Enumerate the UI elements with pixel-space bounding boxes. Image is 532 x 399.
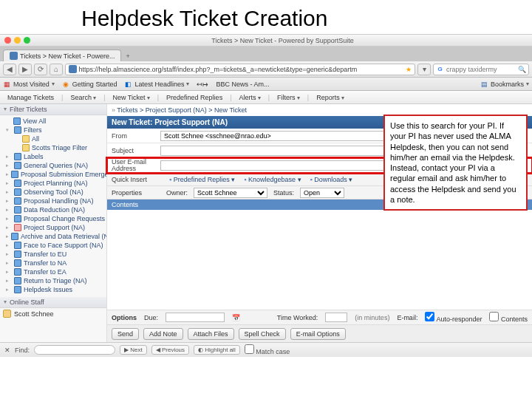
menu-alerts[interactable]: Alerts bbox=[236, 94, 263, 101]
tree-transfer-ea[interactable]: Transfer to EA bbox=[3, 267, 106, 276]
dropdown-button[interactable]: ▾ bbox=[417, 64, 431, 75]
find-next-button[interactable]: ▶ Next bbox=[120, 345, 147, 355]
rss-icon: ◧ bbox=[124, 80, 132, 88]
folder-icon bbox=[13, 117, 21, 125]
menu-reports[interactable]: Reports bbox=[313, 94, 347, 101]
tree-all[interactable]: All bbox=[3, 134, 106, 143]
close-icon[interactable] bbox=[4, 37, 11, 44]
tree-helpdesk-issues[interactable]: Helpdesk Issues bbox=[3, 285, 106, 294]
new-tab-button[interactable]: + bbox=[121, 51, 134, 61]
browser-search[interactable]: G crappy taxidermy 🔍 bbox=[433, 64, 529, 75]
send-button[interactable]: Send bbox=[112, 328, 139, 340]
home-button[interactable]: ⌂ bbox=[50, 64, 63, 75]
bm-latest-headlines[interactable]: ◧Latest Headlines ▾ bbox=[124, 80, 189, 88]
tree-view-all[interactable]: View All bbox=[3, 117, 106, 126]
cb-contents[interactable]: Contents bbox=[489, 312, 528, 323]
reload-button[interactable]: ⟳ bbox=[34, 64, 47, 75]
tree-label: Face to Face Support (NA) bbox=[24, 242, 103, 249]
find-matchcase[interactable]: Match case bbox=[245, 344, 290, 355]
zoom-icon[interactable] bbox=[24, 37, 30, 44]
minimize-icon[interactable] bbox=[14, 37, 21, 44]
tree-label: Transfer to NA bbox=[24, 259, 66, 267]
sidebar-staff-header[interactable]: Online Staff bbox=[0, 297, 106, 308]
tree-label: Transfer to EU bbox=[24, 250, 66, 258]
add-note-button[interactable]: Add Note bbox=[143, 328, 183, 340]
menu-filters[interactable]: Filters bbox=[274, 94, 303, 101]
tree-label: Project Planning (NA) bbox=[24, 180, 88, 187]
qi-knowledgebase[interactable]: Knowledgebase ▾ bbox=[244, 176, 301, 183]
tree-label: Proposal Handling (NA) bbox=[24, 197, 94, 205]
annotation-callout: Use this to search for your PI. If your … bbox=[383, 115, 528, 211]
tree-project-support[interactable]: Project Support (NA) bbox=[3, 223, 106, 232]
slide-title: Helpdesk Ticket Creation bbox=[0, 0, 532, 34]
time-worked-input[interactable] bbox=[325, 313, 347, 322]
due-input[interactable] bbox=[166, 313, 225, 322]
find-label: Find: bbox=[15, 347, 30, 354]
tree-archive[interactable]: Archive and Data Retrieval (NA) bbox=[3, 232, 106, 241]
staff-name: Scott Schnee bbox=[14, 310, 54, 318]
bm-bookmarks-menu[interactable]: ▤Bookmarks ▾ bbox=[480, 80, 529, 88]
tree-labels[interactable]: Labels bbox=[3, 152, 106, 161]
subject-label: Subject bbox=[107, 147, 160, 154]
tree-return-triage[interactable]: Return to Triage (NA) bbox=[3, 276, 106, 285]
tree-label: Project Support (NA) bbox=[24, 224, 85, 231]
tree-label: All bbox=[32, 135, 39, 143]
owner-select[interactable]: Scott Schnee bbox=[194, 188, 267, 198]
tw-label: Time Worked: bbox=[277, 314, 318, 321]
qi-label: Quick Insert bbox=[112, 176, 160, 183]
menu-search[interactable]: Search bbox=[67, 94, 99, 101]
menu-manage-tickets[interactable]: Manage Tickets bbox=[4, 94, 57, 101]
find-close-icon[interactable]: ✕ bbox=[4, 347, 10, 354]
qi-predef[interactable]: Predefined Replies ▾ bbox=[169, 176, 235, 183]
calendar-icon[interactable]: 📅 bbox=[232, 314, 240, 321]
find-input[interactable] bbox=[34, 345, 115, 355]
bm-separator: ↤↦ bbox=[197, 81, 208, 88]
tree-transfer-eu[interactable]: Transfer to EU bbox=[3, 250, 106, 259]
browser-tab[interactable]: Tickets > New Ticket - Powere... bbox=[3, 50, 121, 61]
bookmarks-icon: ▤ bbox=[480, 80, 488, 88]
menu-new-ticket[interactable]: New Ticket bbox=[109, 94, 152, 101]
tree-change-requests[interactable]: Proposal Change Requests bbox=[3, 214, 106, 223]
bm-most-visited[interactable]: ▦Most Visited ▾ bbox=[3, 80, 55, 88]
find-highlight-button[interactable]: ◐ Highlight all bbox=[194, 345, 240, 355]
search-icon[interactable]: 🔍 bbox=[518, 66, 526, 73]
editor-area[interactable] bbox=[107, 210, 532, 310]
back-button[interactable]: ◀ bbox=[3, 64, 16, 75]
tree-general-queries[interactable]: General Queries (NA) bbox=[3, 161, 106, 170]
menu-predef-replies[interactable]: Predefined Replies bbox=[163, 94, 225, 101]
tree-proposal-handling[interactable]: Proposal Handling (NA) bbox=[3, 197, 106, 205]
status-select[interactable]: Open bbox=[300, 188, 344, 198]
tree-filters[interactable]: Filters bbox=[3, 126, 106, 134]
tree-scotts-filter[interactable]: Scotts Triage Filter bbox=[3, 143, 106, 152]
spell-check-button[interactable]: Spell Check bbox=[239, 328, 286, 340]
bm-getting-started[interactable]: ◉Getting Started bbox=[62, 80, 117, 88]
tab-strip: Tickets > New Ticket - Powere... + bbox=[0, 47, 532, 61]
bm-label: Getting Started bbox=[72, 81, 117, 88]
url-bar[interactable]: https://help.almascience.org/staff/index… bbox=[65, 64, 415, 75]
folder-icon bbox=[14, 286, 21, 293]
cb-autoresponder[interactable]: Auto-responder bbox=[425, 312, 482, 323]
qi-downloads[interactable]: Downloads ▾ bbox=[310, 176, 353, 183]
tree-label: Data Reduction (NA) bbox=[24, 206, 85, 214]
tree-transfer-na[interactable]: Transfer to NA bbox=[3, 259, 106, 267]
folder-icon bbox=[14, 188, 21, 196]
tree-proposal-emergency[interactable]: Proposal Submission Emergency bbox=[3, 170, 106, 179]
email-options-button[interactable]: E-mail Options bbox=[290, 328, 346, 340]
tree-f2f-support[interactable]: Face to Face Support (NA) bbox=[3, 241, 106, 250]
folder-icon bbox=[11, 171, 18, 178]
attach-files-button[interactable]: Attach Files bbox=[188, 328, 234, 340]
bm-label: Latest Headlines bbox=[134, 81, 184, 88]
bm-label: BBC News - Am... bbox=[216, 81, 269, 88]
find-prev-button[interactable]: ◀ Previous bbox=[151, 345, 189, 355]
sidebar-filter-header[interactable]: Filter Tickets bbox=[0, 104, 106, 115]
tree-data-reduction[interactable]: Data Reduction (NA) bbox=[3, 205, 106, 214]
folder-icon bbox=[14, 162, 21, 169]
forward-button[interactable]: ▶ bbox=[18, 64, 32, 75]
tree-project-planning[interactable]: Project Planning (NA) bbox=[3, 179, 106, 188]
staff-entry[interactable]: Scott Schnee bbox=[0, 308, 106, 319]
folder-icon bbox=[11, 233, 18, 240]
tree-observing-tool[interactable]: Observing Tool (NA) bbox=[3, 188, 106, 197]
bm-bbc[interactable]: BBC News - Am... bbox=[216, 81, 269, 88]
star-icon[interactable]: ★ bbox=[406, 66, 412, 73]
bm-label: Most Visited bbox=[13, 81, 50, 88]
